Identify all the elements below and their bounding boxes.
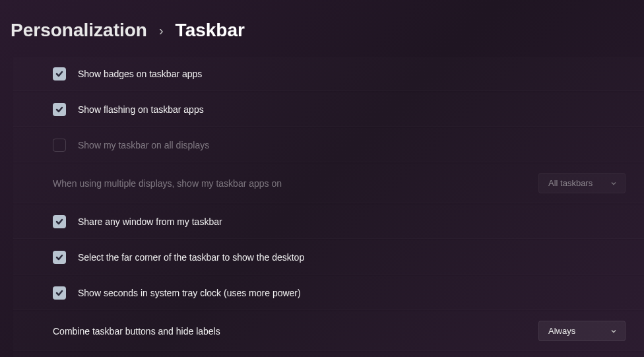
label-far-corner: Select the far corner of the taskbar to …: [78, 252, 304, 263]
settings-list: Show badges on taskbar apps Show flashin…: [0, 57, 644, 357]
breadcrumb-current: Taskbar: [176, 20, 245, 41]
check-icon: [55, 218, 63, 226]
chevron-down-icon: [610, 180, 617, 187]
label-show-seconds: Show seconds in system tray clock (uses …: [78, 288, 301, 298]
chevron-down-icon: [610, 328, 617, 335]
checkbox-show-all-displays[interactable]: [53, 139, 66, 152]
dropdown-multi-display-apps[interactable]: All taskbars: [538, 173, 626, 193]
dropdown-value: All taskbars: [548, 178, 593, 188]
check-icon: [55, 289, 63, 297]
setting-show-all-displays: Show my taskbar on all displays: [13, 128, 644, 162]
checkbox-share-window[interactable]: [53, 215, 66, 228]
dropdown-value: Always: [548, 326, 575, 336]
check-icon: [55, 70, 63, 78]
check-icon: [55, 253, 63, 261]
dropdown-combine-buttons[interactable]: Always: [538, 321, 626, 341]
setting-multi-display-apps: When using multiple displays, show my ta…: [13, 164, 644, 203]
setting-share-window: Share any window from my taskbar: [13, 205, 644, 239]
setting-show-seconds: Show seconds in system tray clock (uses …: [13, 276, 644, 310]
checkbox-show-seconds[interactable]: [53, 286, 66, 300]
setting-far-corner: Select the far corner of the taskbar to …: [13, 240, 644, 275]
breadcrumb-parent-link[interactable]: Personalization: [11, 20, 147, 41]
label-show-badges: Show badges on taskbar apps: [78, 69, 202, 79]
setting-combine-buttons-other: Combine taskbar buttons and hide labels …: [13, 352, 644, 357]
label-share-window: Share any window from my taskbar: [78, 216, 222, 227]
breadcrumb: Personalization › Taskbar: [0, 0, 644, 57]
checkbox-show-flashing[interactable]: [53, 103, 66, 116]
setting-show-flashing: Show flashing on taskbar apps: [13, 92, 644, 127]
setting-show-badges: Show badges on taskbar apps: [13, 57, 644, 91]
label-combine-buttons: Combine taskbar buttons and hide labels: [53, 326, 220, 337]
checkbox-show-badges[interactable]: [53, 67, 66, 81]
setting-combine-buttons: Combine taskbar buttons and hide labels …: [13, 311, 644, 351]
checkbox-far-corner[interactable]: [53, 251, 66, 264]
chevron-right-icon: ›: [159, 23, 164, 38]
label-show-flashing: Show flashing on taskbar apps: [78, 104, 204, 115]
label-multi-display-apps: When using multiple displays, show my ta…: [53, 178, 282, 189]
check-icon: [55, 106, 63, 114]
label-show-all-displays: Show my taskbar on all displays: [78, 140, 209, 150]
